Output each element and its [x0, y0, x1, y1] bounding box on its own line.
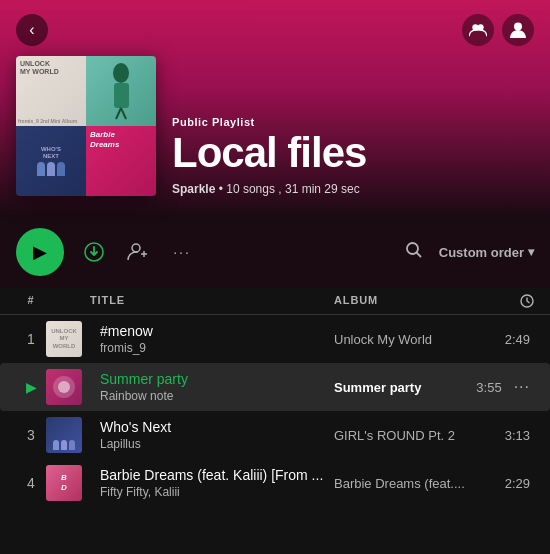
- followers-icon: [469, 23, 487, 37]
- search-icon: [405, 241, 423, 259]
- track-info-1: #menow fromis_9: [90, 323, 334, 355]
- cover-cell-3: WHO'S NEXT: [16, 126, 86, 196]
- col-header-album: Album: [334, 294, 474, 308]
- controls-bar: ▶ ··· Custom order ▾: [0, 216, 550, 288]
- playlist-duration: 31 min 29 sec: [285, 182, 360, 196]
- thumb-figures-3: [53, 440, 75, 450]
- more-options-button[interactable]: ···: [168, 238, 196, 266]
- thumb-art-2: [53, 376, 75, 398]
- playlist-song-count: 10 songs: [226, 182, 275, 196]
- track-artist-3: Lapillus: [100, 437, 334, 451]
- profile-button[interactable]: [502, 14, 534, 46]
- track-number-4: 4: [16, 475, 46, 491]
- custom-order-button[interactable]: Custom order ▾: [439, 245, 534, 260]
- track-row-active[interactable]: ▶ Summer party Rainbow note Summer party…: [0, 363, 550, 411]
- track-artist-1: fromis_9: [100, 341, 334, 355]
- custom-order-label: Custom order: [439, 245, 524, 260]
- follow-playlist-button[interactable]: [124, 238, 152, 266]
- svg-point-11: [407, 243, 418, 254]
- track-name-2: Summer party: [100, 371, 334, 387]
- thumb-text-4: BD: [61, 473, 67, 492]
- profile-icon: [510, 21, 526, 39]
- playlist-meta: Sparkle • 10 songs , 31 min 29 sec: [172, 182, 534, 196]
- track-thumb-4: BD: [46, 465, 82, 501]
- download-button[interactable]: [80, 238, 108, 266]
- cover-art-text-4: BarbieDreams: [86, 126, 156, 155]
- svg-point-3: [113, 63, 129, 83]
- cover-figures-3: [37, 162, 65, 176]
- track-artist-2: Rainbow note: [100, 389, 334, 403]
- search-button[interactable]: [405, 241, 423, 264]
- track-info-4: Barbie Dreams (feat. Kaliii) [From ... F…: [90, 467, 334, 499]
- track-info-2: Summer party Rainbow note: [90, 371, 334, 403]
- thumb-dot-2: [58, 381, 70, 393]
- header-area: ‹ UNLOCKMY WORLD fromis_9 2n: [0, 0, 550, 216]
- track-artist-4: Fifty Fifty, Kaliii: [100, 485, 334, 499]
- cover-text-3b: NEXT: [43, 153, 59, 159]
- track-name-3: Who's Next: [100, 419, 334, 435]
- track-row-4[interactable]: 4 BD Barbie Dreams (feat. Kaliii) [From …: [0, 459, 550, 507]
- track-album-4: Barbie Dreams (feat....: [334, 476, 474, 491]
- more-icon-2[interactable]: ···: [514, 378, 530, 396]
- play-button[interactable]: ▶: [16, 228, 64, 276]
- track-number-3: 3: [16, 427, 46, 443]
- chevron-down-icon: ▾: [528, 245, 534, 259]
- track-num-static-1: 1: [27, 331, 35, 347]
- track-name-1: #menow: [100, 323, 334, 339]
- table-header: # Title Album: [0, 288, 550, 315]
- track-number-2: ▶: [16, 379, 46, 395]
- add-user-icon: [127, 243, 149, 261]
- track-duration-1: 2:49: [474, 332, 534, 347]
- top-nav: ‹: [0, 0, 550, 56]
- back-button[interactable]: ‹: [16, 14, 48, 46]
- playlist-details: Public Playlist Local files Sparkle • 10…: [172, 116, 534, 196]
- track-num-static-3: 3: [27, 427, 35, 443]
- track-row[interactable]: 1 UNLOCKMYWORLD #menow fromis_9 Unlock M…: [0, 315, 550, 363]
- track-thumb-3: [46, 417, 82, 453]
- track-thumb-2: [46, 369, 82, 405]
- track-num-static-4: 4: [27, 475, 35, 491]
- playlist-meta-sep2: ,: [278, 182, 285, 196]
- svg-point-2: [514, 23, 522, 31]
- clock-icon: [520, 294, 534, 308]
- track-number-1: 1: [16, 331, 46, 347]
- cover-art-text-1: UNLOCKMY WORLD: [16, 56, 86, 81]
- track-duration-3: 3:13: [474, 428, 534, 443]
- track-row-3[interactable]: 3 Who's Next Lapillus GIRL's ROUND Pt. 2…: [0, 411, 550, 459]
- download-icon: [84, 242, 104, 262]
- followers-button[interactable]: [462, 14, 494, 46]
- track-duration-4: 2:29: [474, 476, 534, 491]
- track-thumb-1: UNLOCKMYWORLD: [46, 321, 82, 357]
- svg-point-8: [132, 244, 140, 252]
- more-icon: ···: [173, 244, 191, 260]
- playlist-info: UNLOCKMY WORLD fromis_9 2nd Mini Album W…: [0, 56, 550, 216]
- back-icon: ‹: [29, 21, 34, 39]
- svg-rect-4: [114, 83, 129, 108]
- playlist-owner: Sparkle: [172, 182, 215, 196]
- nav-right-icons: [462, 14, 534, 46]
- col-header-img: [46, 294, 82, 308]
- playlist-cover: UNLOCKMY WORLD fromis_9 2nd Mini Album W…: [16, 56, 156, 196]
- playlist-title: Local files: [172, 132, 534, 174]
- track-info-3: Who's Next Lapillus: [90, 419, 334, 451]
- cover-cell-2: [86, 56, 156, 126]
- cover-text-3a: WHO'S: [41, 146, 61, 152]
- play-icon: ▶: [33, 241, 47, 263]
- col-header-title: Title: [82, 294, 334, 308]
- track-list: 1 UNLOCKMYWORLD #menow fromis_9 Unlock M…: [0, 315, 550, 507]
- track-album-3: GIRL's ROUND Pt. 2: [334, 428, 474, 443]
- track-album-2: Summer party: [334, 380, 474, 395]
- cover-art-figure-2: [86, 56, 156, 126]
- cover-art-figure-3: WHO'S NEXT: [16, 126, 86, 196]
- cover-sub-text: fromis_9 2nd Mini Album: [18, 118, 84, 124]
- cover-cell-4: BarbieDreams: [86, 126, 156, 196]
- play-indicator-2: ▶: [16, 379, 46, 395]
- col-header-num: #: [16, 294, 46, 308]
- track-duration-2: 3:55 ···: [474, 378, 534, 396]
- playlist-type-label: Public Playlist: [172, 116, 534, 128]
- svg-line-12: [416, 252, 421, 257]
- col-header-time: [474, 294, 534, 308]
- svg-line-6: [121, 108, 126, 119]
- cover-cell-1: UNLOCKMY WORLD fromis_9 2nd Mini Album: [16, 56, 86, 126]
- duration-val-2: 3:55: [476, 380, 501, 395]
